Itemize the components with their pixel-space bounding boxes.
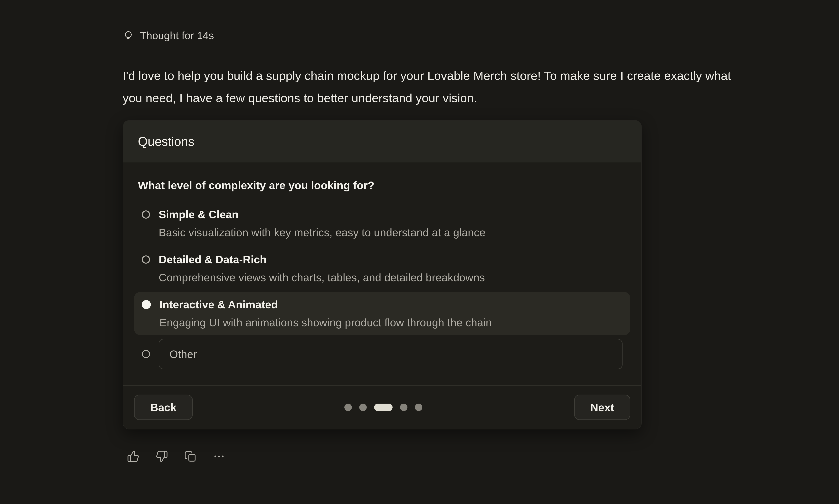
option-description: Engaging UI with animations showing prod… [159, 317, 492, 329]
chat-page: Thought for 14s I'd love to help you bui… [0, 0, 839, 504]
thumbs-down-button[interactable] [156, 450, 168, 463]
card-header: Questions [123, 121, 641, 162]
copy-button[interactable] [184, 450, 197, 463]
thumbs-up-button[interactable] [127, 450, 139, 463]
questions-card: Questions What level of complexity are y… [123, 120, 642, 429]
question-text: What level of complexity are you looking… [134, 179, 630, 192]
pagination-dot-active [374, 403, 392, 411]
radio-selected-icon[interactable] [142, 300, 151, 309]
option-simple-clean[interactable]: Simple & Clean Basic visualization with … [134, 202, 630, 245]
message-actions [123, 450, 761, 463]
option-other[interactable] [134, 337, 630, 371]
pagination-dot [344, 403, 352, 411]
radio-unselected-icon[interactable] [142, 255, 150, 264]
pagination-dot [359, 403, 367, 411]
thinking-toggle[interactable]: Thought for 14s [123, 29, 761, 41]
option-label: Interactive & Animated [159, 299, 492, 311]
option-label: Simple & Clean [159, 209, 485, 221]
thumbs-up-icon [127, 450, 139, 463]
option-detailed-data-rich[interactable]: Detailed & Data-Rich Comprehensive views… [134, 247, 630, 290]
thumbs-down-icon [156, 450, 168, 463]
option-description: Basic visualization with key metrics, ea… [159, 227, 485, 239]
card-footer: Back Next [123, 385, 641, 429]
radio-unselected-icon[interactable] [142, 211, 150, 219]
pagination-dot [415, 403, 422, 411]
assistant-message: I'd love to help you build a supply chai… [123, 65, 753, 109]
lightbulb-icon [123, 30, 134, 41]
next-button[interactable]: Next [574, 395, 630, 420]
ellipsis-icon [213, 450, 225, 463]
other-input[interactable] [159, 339, 623, 369]
pagination-dot [400, 403, 407, 411]
card-body: What level of complexity are you looking… [123, 162, 641, 371]
option-description: Comprehensive views with charts, tables,… [159, 271, 485, 284]
option-label: Detailed & Data-Rich [159, 253, 485, 266]
copy-icon [184, 450, 197, 463]
options-list: Simple & Clean Basic visualization with … [134, 202, 630, 371]
radio-unselected-icon[interactable] [142, 350, 150, 358]
assistant-turn: Thought for 14s I'd love to help you bui… [123, 29, 761, 463]
pagination-dots [344, 403, 422, 411]
back-button[interactable]: Back [134, 395, 193, 420]
thinking-label: Thought for 14s [140, 29, 214, 41]
more-options-button[interactable] [213, 450, 225, 463]
option-interactive-animated[interactable]: Interactive & Animated Engaging UI with … [134, 292, 630, 335]
card-title: Questions [138, 134, 194, 149]
